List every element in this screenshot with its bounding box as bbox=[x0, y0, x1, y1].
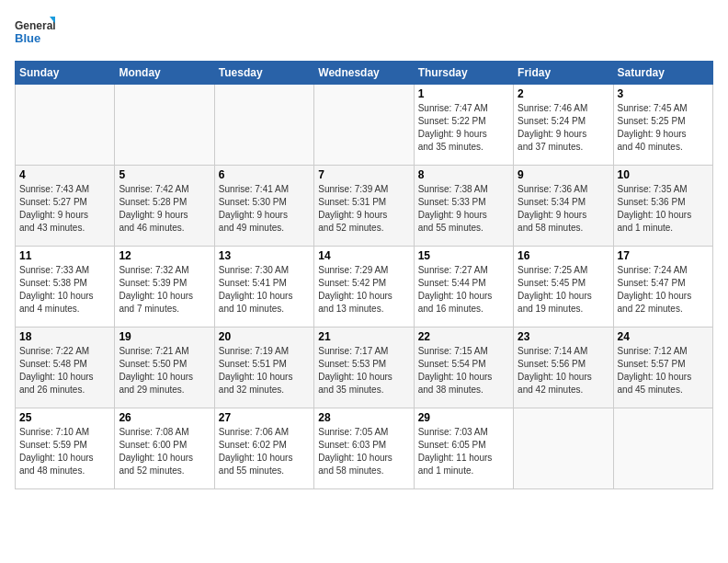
calendar-day: 5Sunrise: 7:42 AM Sunset: 5:28 PM Daylig… bbox=[115, 166, 214, 247]
day-number: 25 bbox=[19, 411, 110, 424]
calendar-day: 24Sunrise: 7:12 AM Sunset: 5:57 PM Dayli… bbox=[613, 327, 712, 408]
day-number: 17 bbox=[618, 249, 709, 262]
day-info: Sunrise: 7:21 AM Sunset: 5:50 PM Dayligh… bbox=[119, 345, 210, 396]
day-info: Sunrise: 7:24 AM Sunset: 5:47 PM Dayligh… bbox=[618, 264, 709, 316]
svg-text:Blue: Blue bbox=[15, 31, 40, 45]
calendar-day: 7Sunrise: 7:39 AM Sunset: 5:31 PM Daylig… bbox=[314, 166, 414, 247]
calendar-day bbox=[214, 85, 313, 166]
calendar-day bbox=[115, 85, 214, 166]
day-info: Sunrise: 7:43 AM Sunset: 5:27 PM Dayligh… bbox=[19, 183, 110, 235]
day-number: 13 bbox=[219, 249, 310, 262]
day-info: Sunrise: 7:39 AM Sunset: 5:31 PM Dayligh… bbox=[318, 183, 409, 235]
day-number: 29 bbox=[418, 411, 509, 424]
day-number: 24 bbox=[618, 330, 709, 343]
calendar-day: 13Sunrise: 7:30 AM Sunset: 5:41 PM Dayli… bbox=[214, 247, 313, 327]
day-info: Sunrise: 7:15 AM Sunset: 5:54 PM Dayligh… bbox=[418, 345, 509, 396]
day-number: 7 bbox=[318, 168, 409, 181]
weekday-header: Sunday bbox=[16, 62, 115, 85]
calendar-day: 16Sunrise: 7:25 AM Sunset: 5:45 PM Dayli… bbox=[514, 247, 613, 327]
day-number: 27 bbox=[219, 411, 310, 424]
day-number: 18 bbox=[19, 330, 110, 343]
day-info: Sunrise: 7:06 AM Sunset: 6:02 PM Dayligh… bbox=[219, 426, 310, 477]
weekday-header: Monday bbox=[115, 62, 214, 85]
day-number: 2 bbox=[518, 87, 609, 100]
calendar-day: 3Sunrise: 7:45 AM Sunset: 5:25 PM Daylig… bbox=[613, 85, 712, 166]
day-number: 22 bbox=[418, 330, 509, 343]
day-info: Sunrise: 7:17 AM Sunset: 5:53 PM Dayligh… bbox=[318, 345, 409, 396]
day-info: Sunrise: 7:12 AM Sunset: 5:57 PM Dayligh… bbox=[618, 345, 709, 396]
calendar-day: 22Sunrise: 7:15 AM Sunset: 5:54 PM Dayli… bbox=[414, 327, 513, 408]
weekday-header: Thursday bbox=[414, 62, 513, 85]
day-info: Sunrise: 7:10 AM Sunset: 5:59 PM Dayligh… bbox=[19, 426, 110, 477]
header-row: SundayMondayTuesdayWednesdayThursdayFrid… bbox=[16, 62, 713, 85]
day-number: 1 bbox=[418, 87, 509, 100]
svg-text:General: General bbox=[15, 19, 55, 32]
day-number: 6 bbox=[219, 168, 310, 181]
calendar-header: SundayMondayTuesdayWednesdayThursdayFrid… bbox=[16, 62, 713, 85]
day-info: Sunrise: 7:36 AM Sunset: 5:34 PM Dayligh… bbox=[518, 183, 609, 235]
day-number: 15 bbox=[418, 249, 509, 262]
calendar-day: 29Sunrise: 7:03 AM Sunset: 6:05 PM Dayli… bbox=[414, 408, 513, 489]
calendar-day: 6Sunrise: 7:41 AM Sunset: 5:30 PM Daylig… bbox=[214, 166, 313, 247]
day-info: Sunrise: 7:29 AM Sunset: 5:42 PM Dayligh… bbox=[318, 264, 409, 316]
logo: General Blue bbox=[15, 15, 55, 52]
day-number: 14 bbox=[318, 249, 409, 262]
day-info: Sunrise: 7:27 AM Sunset: 5:44 PM Dayligh… bbox=[418, 264, 509, 316]
day-info: Sunrise: 7:14 AM Sunset: 5:56 PM Dayligh… bbox=[518, 345, 609, 396]
day-number: 9 bbox=[518, 168, 609, 181]
weekday-header: Wednesday bbox=[314, 62, 414, 85]
calendar-day: 17Sunrise: 7:24 AM Sunset: 5:47 PM Dayli… bbox=[613, 247, 712, 327]
calendar-day: 8Sunrise: 7:38 AM Sunset: 5:33 PM Daylig… bbox=[414, 166, 513, 247]
calendar-week: 25Sunrise: 7:10 AM Sunset: 5:59 PM Dayli… bbox=[16, 408, 713, 489]
calendar-week: 1Sunrise: 7:47 AM Sunset: 5:22 PM Daylig… bbox=[16, 85, 713, 166]
calendar-day: 28Sunrise: 7:05 AM Sunset: 6:03 PM Dayli… bbox=[314, 408, 414, 489]
day-number: 10 bbox=[618, 168, 709, 181]
calendar-day: 25Sunrise: 7:10 AM Sunset: 5:59 PM Dayli… bbox=[16, 408, 115, 489]
calendar-day: 19Sunrise: 7:21 AM Sunset: 5:50 PM Dayli… bbox=[115, 327, 214, 408]
calendar-day bbox=[613, 408, 712, 489]
calendar-day: 10Sunrise: 7:35 AM Sunset: 5:36 PM Dayli… bbox=[613, 166, 712, 247]
calendar-day: 18Sunrise: 7:22 AM Sunset: 5:48 PM Dayli… bbox=[16, 327, 115, 408]
day-number: 11 bbox=[19, 249, 110, 262]
day-info: Sunrise: 7:25 AM Sunset: 5:45 PM Dayligh… bbox=[518, 264, 609, 316]
weekday-header: Tuesday bbox=[214, 62, 313, 85]
day-number: 20 bbox=[219, 330, 310, 343]
day-info: Sunrise: 7:45 AM Sunset: 5:25 PM Dayligh… bbox=[618, 102, 709, 154]
calendar-day: 9Sunrise: 7:36 AM Sunset: 5:34 PM Daylig… bbox=[514, 166, 613, 247]
day-number: 3 bbox=[618, 87, 709, 100]
calendar-day: 2Sunrise: 7:46 AM Sunset: 5:24 PM Daylig… bbox=[514, 85, 613, 166]
day-info: Sunrise: 7:32 AM Sunset: 5:39 PM Dayligh… bbox=[119, 264, 210, 316]
calendar-body: 1Sunrise: 7:47 AM Sunset: 5:22 PM Daylig… bbox=[16, 85, 713, 489]
day-number: 28 bbox=[318, 411, 409, 424]
calendar-day: 11Sunrise: 7:33 AM Sunset: 5:38 PM Dayli… bbox=[16, 247, 115, 327]
day-number: 4 bbox=[19, 168, 110, 181]
calendar-day: 26Sunrise: 7:08 AM Sunset: 6:00 PM Dayli… bbox=[115, 408, 214, 489]
day-number: 21 bbox=[318, 330, 409, 343]
calendar-day: 23Sunrise: 7:14 AM Sunset: 5:56 PM Dayli… bbox=[514, 327, 613, 408]
day-number: 26 bbox=[119, 411, 210, 424]
day-info: Sunrise: 7:05 AM Sunset: 6:03 PM Dayligh… bbox=[318, 426, 409, 477]
day-info: Sunrise: 7:46 AM Sunset: 5:24 PM Dayligh… bbox=[518, 102, 609, 154]
calendar-day: 4Sunrise: 7:43 AM Sunset: 5:27 PM Daylig… bbox=[16, 166, 115, 247]
day-info: Sunrise: 7:33 AM Sunset: 5:38 PM Dayligh… bbox=[19, 264, 110, 316]
day-number: 23 bbox=[518, 330, 609, 343]
weekday-header: Saturday bbox=[613, 62, 712, 85]
calendar-day: 21Sunrise: 7:17 AM Sunset: 5:53 PM Dayli… bbox=[314, 327, 414, 408]
day-number: 12 bbox=[119, 249, 210, 262]
day-info: Sunrise: 7:35 AM Sunset: 5:36 PM Dayligh… bbox=[618, 183, 709, 235]
calendar-week: 18Sunrise: 7:22 AM Sunset: 5:48 PM Dayli… bbox=[16, 327, 713, 408]
day-info: Sunrise: 7:41 AM Sunset: 5:30 PM Dayligh… bbox=[219, 183, 310, 235]
day-number: 5 bbox=[119, 168, 210, 181]
calendar-day: 1Sunrise: 7:47 AM Sunset: 5:22 PM Daylig… bbox=[414, 85, 513, 166]
day-info: Sunrise: 7:03 AM Sunset: 6:05 PM Dayligh… bbox=[418, 426, 509, 477]
calendar-day bbox=[514, 408, 613, 489]
day-info: Sunrise: 7:30 AM Sunset: 5:41 PM Dayligh… bbox=[219, 264, 310, 316]
day-info: Sunrise: 7:22 AM Sunset: 5:48 PM Dayligh… bbox=[19, 345, 110, 396]
calendar-day bbox=[314, 85, 414, 166]
calendar-day: 15Sunrise: 7:27 AM Sunset: 5:44 PM Dayli… bbox=[414, 247, 513, 327]
calendar-week: 4Sunrise: 7:43 AM Sunset: 5:27 PM Daylig… bbox=[16, 166, 713, 247]
day-number: 16 bbox=[518, 249, 609, 262]
day-info: Sunrise: 7:08 AM Sunset: 6:00 PM Dayligh… bbox=[119, 426, 210, 477]
weekday-header: Friday bbox=[514, 62, 613, 85]
day-info: Sunrise: 7:47 AM Sunset: 5:22 PM Dayligh… bbox=[418, 102, 509, 154]
